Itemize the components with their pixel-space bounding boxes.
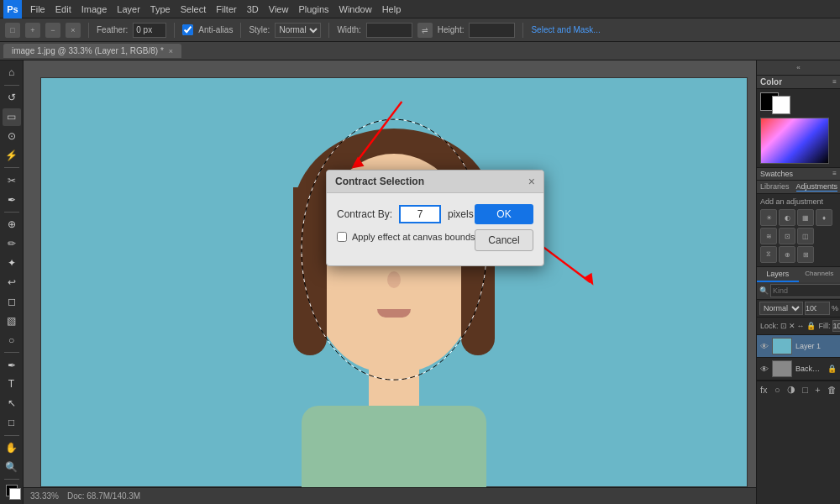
adjustment-icon-2[interactable]: ◐ — [779, 209, 795, 226]
channels-tab[interactable]: Channels — [799, 267, 841, 282]
layer1-thumbnail — [772, 338, 792, 354]
color-panel-collapse[interactable]: ≡ — [832, 78, 837, 86]
app-logo: Ps — [3, 0, 22, 18]
foreground-color[interactable] — [3, 483, 21, 501]
eyedropper-tool[interactable]: ✒ — [3, 191, 21, 208]
adjustment-icon-9[interactable]: ⊕ — [779, 246, 795, 263]
layer-adjustment-button[interactable]: ◑ — [787, 384, 795, 395]
lock-icon-1[interactable]: ⊡ — [780, 322, 787, 330]
layer-fx-button[interactable]: fx — [760, 385, 768, 395]
adjustment-icon-5[interactable]: ≋ — [760, 228, 777, 244]
history-tool[interactable]: ↺ — [3, 89, 21, 107]
layers-search-bar: 🔍 — [757, 282, 840, 300]
menu-window[interactable]: Window — [334, 3, 377, 16]
delete-layer-button[interactable]: 🗑 — [827, 385, 837, 395]
text-tool[interactable]: T — [3, 375, 21, 393]
menu-type[interactable]: Type — [145, 3, 176, 16]
pen-tool[interactable]: ✒ — [3, 356, 21, 374]
adjustments-tab[interactable]: Adjustments — [796, 182, 838, 192]
marquee-tool[interactable]: ▭ — [3, 108, 21, 126]
document-tab[interactable]: image 1.jpg @ 33.3% (Layer 1, RGB/8) * × — [3, 44, 181, 58]
blend-mode-select[interactable]: Normal — [759, 302, 803, 315]
layer-mask-button[interactable]: ○ — [774, 385, 780, 395]
brush-tool[interactable]: ✏ — [3, 235, 21, 253]
cancel-button[interactable]: Cancel — [475, 229, 533, 251]
left-toolbar: ⌂ ↺ ▭ ⊙ ⚡ ✂ ✒ ⊕ ✏ ✦ ↩ ◻ ▧ ○ ✒ T ↖ □ ✋ 🔍 — [0, 60, 24, 504]
feather-input[interactable] — [133, 23, 166, 38]
layer-item-layer1[interactable]: 👁 Layer 1 — [757, 335, 840, 358]
menu-3d[interactable]: 3D — [242, 3, 264, 16]
anti-alias-checkbox[interactable] — [182, 24, 193, 35]
hand-tool[interactable]: ✋ — [3, 439, 21, 457]
menu-view[interactable]: View — [264, 3, 294, 16]
layer1-visibility-icon[interactable]: 👁 — [760, 342, 769, 351]
marquee-subtract-icon[interactable]: − — [45, 23, 60, 38]
layers-search-input[interactable] — [770, 284, 840, 297]
marquee-add-icon[interactable]: + — [25, 23, 40, 38]
new-layer-button[interactable]: + — [815, 385, 820, 395]
swap-dimensions-icon[interactable]: ⇌ — [417, 23, 433, 38]
width-input[interactable] — [366, 23, 412, 38]
history-brush-tool[interactable]: ↩ — [3, 274, 21, 291]
dodge-tool[interactable]: ○ — [3, 331, 21, 349]
adjustment-icon-4[interactable]: ♦ — [816, 209, 832, 226]
options-bar: □ + − × Feather: Anti-alias Style: Norma… — [0, 18, 840, 42]
canvas-area[interactable]: 33.33% Doc: 68.7M/140.3M Contract Select… — [24, 60, 756, 504]
anti-alias-label: Anti-alias — [198, 25, 233, 34]
style-label: Style: — [249, 25, 270, 34]
swatches-collapse[interactable]: ≡ — [832, 170, 837, 178]
layer-group-button[interactable]: □ — [802, 385, 808, 395]
background-visibility-icon[interactable]: 👁 — [760, 365, 769, 374]
adjustment-icon-8[interactable]: ⧖ — [760, 246, 777, 263]
stamp-tool[interactable]: ✦ — [3, 255, 21, 272]
menu-layer[interactable]: Layer — [112, 3, 145, 16]
adjustment-icon-7[interactable]: ◫ — [797, 228, 814, 244]
lock-icon-2[interactable]: ✕ — [789, 322, 795, 330]
adjustment-icon-3[interactable]: ▦ — [797, 209, 814, 226]
gradient-tool[interactable]: ▧ — [3, 312, 21, 329]
doc-size: Doc: 68.7M/140.3M — [67, 491, 140, 501]
path-selection-tool[interactable]: ↖ — [3, 395, 21, 412]
ok-button[interactable]: OK — [475, 204, 533, 224]
marquee-intersect-icon[interactable]: × — [66, 23, 81, 38]
libraries-tab[interactable]: Libraries — [760, 182, 790, 192]
menu-select[interactable]: Select — [176, 3, 212, 16]
spot-heal-tool[interactable]: ⊕ — [3, 216, 21, 234]
menu-edit[interactable]: Edit — [50, 3, 76, 16]
layers-tab[interactable]: Layers — [757, 267, 799, 282]
menu-filter[interactable]: Filter — [211, 3, 241, 16]
panel-collapse-top[interactable]: « — [757, 60, 840, 76]
quick-select-tool[interactable]: ⚡ — [3, 146, 21, 164]
color-gradient-display[interactable] — [760, 118, 829, 164]
crop-tool[interactable]: ✂ — [3, 171, 21, 189]
apply-canvas-checkbox[interactable] — [337, 232, 347, 242]
select-mask-label[interactable]: Select and Mask... — [531, 25, 600, 34]
adjustment-icon-10[interactable]: ⊞ — [797, 246, 814, 263]
menu-help[interactable]: Help — [377, 3, 407, 16]
lock-icon-4[interactable]: 🔒 — [806, 322, 816, 330]
menu-file[interactable]: File — [25, 3, 50, 16]
menu-plugins[interactable]: Plugins — [293, 3, 333, 16]
adjustment-icon-1[interactable]: ☀ — [760, 209, 777, 226]
opacity-input[interactable] — [805, 302, 830, 315]
layers-tabs: Layers Channels — [757, 267, 840, 282]
lock-icon-3[interactable]: ↔ — [797, 322, 805, 330]
layer-item-background[interactable]: 👁 Background 🔒 — [757, 358, 840, 381]
dialog-close-button[interactable]: × — [528, 176, 535, 187]
shape-tool[interactable]: □ — [3, 414, 21, 432]
tab-close-button[interactable]: × — [169, 47, 173, 55]
style-select[interactable]: Normal — [275, 23, 321, 38]
adjustment-icons-grid-2: ⧖ ⊕ ⊞ — [760, 246, 837, 263]
adjustment-icon-6[interactable]: ⊡ — [779, 228, 795, 244]
dialog-title-bar: Contract Selection × — [327, 171, 543, 193]
menu-image[interactable]: Image — [76, 3, 113, 16]
fill-input[interactable] — [832, 320, 840, 332]
height-input[interactable] — [469, 23, 515, 38]
home-tool[interactable]: ⌂ — [3, 64, 21, 81]
feather-label: Feather: — [97, 25, 128, 34]
contract-by-input[interactable] — [399, 205, 441, 223]
background-color-swatch[interactable] — [772, 96, 790, 114]
eraser-tool[interactable]: ◻ — [3, 292, 21, 310]
lasso-tool[interactable]: ⊙ — [3, 128, 21, 145]
zoom-tool[interactable]: 🔍 — [3, 458, 21, 475]
